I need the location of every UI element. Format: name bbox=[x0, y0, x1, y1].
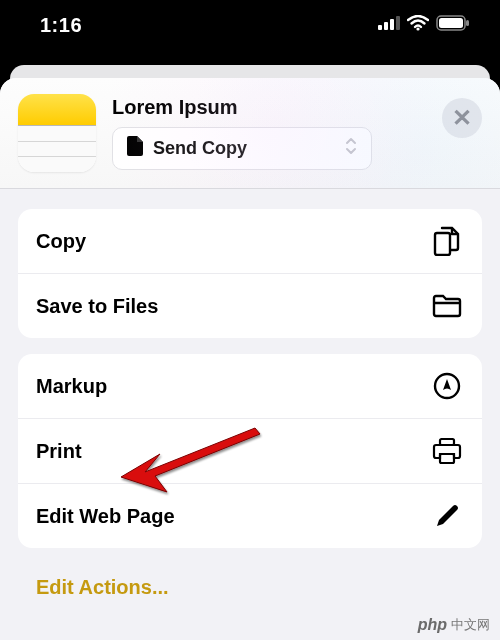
chevron-sort-icon bbox=[345, 137, 357, 160]
svg-rect-0 bbox=[378, 25, 382, 30]
watermark-brand: php bbox=[418, 616, 447, 634]
edit-actions-label: Edit Actions... bbox=[36, 576, 169, 598]
watermark-text: 中文网 bbox=[451, 616, 490, 634]
svg-point-4 bbox=[416, 27, 419, 30]
document-title: Lorem Ipsum bbox=[112, 96, 426, 119]
svg-rect-1 bbox=[384, 22, 388, 30]
send-copy-button[interactable]: Send Copy bbox=[112, 127, 372, 170]
duplicate-icon bbox=[432, 226, 462, 256]
battery-icon bbox=[436, 15, 470, 35]
action-print[interactable]: Print bbox=[18, 418, 482, 483]
close-icon: ✕ bbox=[452, 106, 472, 130]
action-label: Copy bbox=[36, 230, 86, 253]
folder-icon bbox=[432, 291, 462, 321]
printer-icon bbox=[432, 436, 462, 466]
action-edit-web-page[interactable]: Edit Web Page bbox=[18, 483, 482, 548]
svg-rect-3 bbox=[396, 16, 400, 30]
svg-rect-7 bbox=[466, 20, 469, 26]
document-icon bbox=[127, 136, 143, 161]
action-label: Save to Files bbox=[36, 295, 158, 318]
markup-icon bbox=[432, 371, 462, 401]
status-time: 1:16 bbox=[40, 14, 82, 37]
svg-rect-2 bbox=[390, 19, 394, 30]
watermark: php 中文网 bbox=[418, 616, 490, 634]
action-label: Edit Web Page bbox=[36, 505, 175, 528]
actions-area: Copy Save to Files bbox=[0, 189, 500, 619]
pencil-icon bbox=[432, 501, 462, 531]
notes-app-icon bbox=[18, 94, 96, 172]
status-icons bbox=[378, 15, 470, 35]
action-group-2: Markup Print bbox=[18, 354, 482, 548]
close-button[interactable]: ✕ bbox=[442, 98, 482, 138]
action-copy[interactable]: Copy bbox=[18, 209, 482, 273]
share-sheet-header: Lorem Ipsum Send Copy bbox=[0, 78, 500, 189]
action-label: Print bbox=[36, 440, 82, 463]
action-markup[interactable]: Markup bbox=[18, 354, 482, 418]
status-bar: 1:16 bbox=[0, 0, 500, 60]
svg-rect-11 bbox=[440, 454, 454, 463]
action-save-to-files[interactable]: Save to Files bbox=[18, 273, 482, 338]
action-label: Markup bbox=[36, 375, 107, 398]
share-sheet: Lorem Ipsum Send Copy bbox=[0, 78, 500, 640]
action-group-1: Copy Save to Files bbox=[18, 209, 482, 338]
cellular-icon bbox=[378, 16, 400, 34]
edit-actions-button[interactable]: Edit Actions... bbox=[18, 564, 482, 619]
svg-rect-6 bbox=[439, 18, 463, 28]
send-copy-label: Send Copy bbox=[153, 138, 247, 159]
wifi-icon bbox=[407, 15, 429, 35]
